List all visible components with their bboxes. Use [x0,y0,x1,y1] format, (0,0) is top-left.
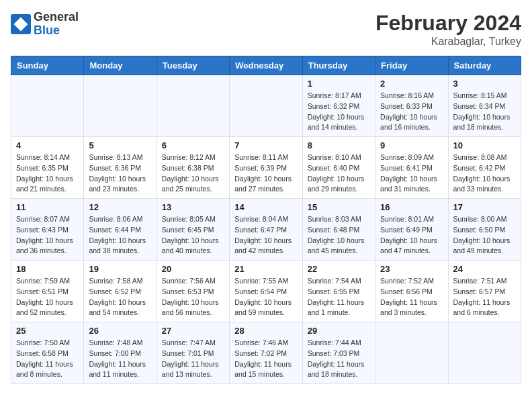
calendar-cell: 6Sunrise: 8:12 AM Sunset: 6:38 PM Daylig… [157,137,229,199]
day-number: 13 [162,202,224,212]
main-title: February 2024 [375,11,521,36]
day-info: Sunrise: 7:54 AM Sunset: 6:55 PM Dayligh… [308,276,370,318]
day-number: 8 [308,140,370,150]
day-info: Sunrise: 8:09 AM Sunset: 6:41 PM Dayligh… [380,152,443,195]
calendar-cell: 22Sunrise: 7:54 AM Sunset: 6:55 PM Dayli… [302,261,375,322]
sub-title: Karabaglar, Turkey [375,36,521,48]
day-number: 21 [234,264,297,274]
day-number: 6 [162,140,224,150]
day-info: Sunrise: 7:56 AM Sunset: 6:53 PM Dayligh… [162,276,224,318]
calendar-cell [375,322,448,384]
calendar-cell: 23Sunrise: 7:52 AM Sunset: 6:56 PM Dayli… [375,261,448,322]
day-number: 23 [380,264,443,274]
day-info: Sunrise: 8:03 AM Sunset: 6:48 PM Dayligh… [308,214,370,257]
week-row-1: 1Sunrise: 8:17 AM Sunset: 6:32 PM Daylig… [11,75,521,137]
day-number: 4 [16,140,79,150]
day-info: Sunrise: 8:06 AM Sunset: 6:44 PM Dayligh… [89,214,151,257]
week-row-3: 11Sunrise: 8:07 AM Sunset: 6:43 PM Dayli… [11,199,521,261]
calendar-cell: 14Sunrise: 8:04 AM Sunset: 6:47 PM Dayli… [230,199,302,261]
calendar-cell: 10Sunrise: 8:08 AM Sunset: 6:42 PM Dayli… [448,137,521,199]
day-info: Sunrise: 8:08 AM Sunset: 6:42 PM Dayligh… [453,152,516,195]
calendar-header: SundayMondayTuesdayWednesdayThursdayFrid… [11,56,521,75]
logo: General Blue [11,11,79,38]
calendar-cell: 18Sunrise: 7:59 AM Sunset: 6:51 PM Dayli… [11,261,84,322]
calendar-cell: 4Sunrise: 8:14 AM Sunset: 6:35 PM Daylig… [11,137,84,199]
calendar-cell: 29Sunrise: 7:44 AM Sunset: 7:03 PM Dayli… [302,322,375,384]
calendar-cell: 1Sunrise: 8:17 AM Sunset: 6:32 PM Daylig… [302,75,375,137]
day-info: Sunrise: 8:13 AM Sunset: 6:36 PM Dayligh… [89,152,151,195]
day-number: 19 [89,264,151,274]
header-day-thursday: Thursday [302,56,375,75]
calendar-cell [84,75,157,137]
day-number: 29 [308,326,370,336]
day-number: 18 [16,264,79,274]
day-number: 16 [380,202,443,212]
calendar-cell: 8Sunrise: 8:10 AM Sunset: 6:40 PM Daylig… [302,137,375,199]
calendar-cell: 26Sunrise: 7:48 AM Sunset: 7:00 PM Dayli… [84,322,157,384]
calendar-body: 1Sunrise: 8:17 AM Sunset: 6:32 PM Daylig… [11,75,521,384]
calendar-cell [11,75,84,137]
day-info: Sunrise: 8:07 AM Sunset: 6:43 PM Dayligh… [16,214,79,257]
day-number: 26 [89,326,151,336]
day-info: Sunrise: 7:51 AM Sunset: 6:57 PM Dayligh… [453,276,516,318]
calendar-cell [230,75,302,137]
day-number: 20 [162,264,224,274]
day-info: Sunrise: 8:00 AM Sunset: 6:50 PM Dayligh… [453,214,516,257]
day-info: Sunrise: 8:16 AM Sunset: 6:33 PM Dayligh… [380,91,443,133]
day-number: 2 [380,79,443,89]
calendar-cell [157,75,229,137]
day-number: 5 [89,140,151,150]
day-info: Sunrise: 8:01 AM Sunset: 6:49 PM Dayligh… [380,214,443,257]
calendar-cell: 20Sunrise: 7:56 AM Sunset: 6:53 PM Dayli… [157,261,229,322]
header-day-wednesday: Wednesday [230,56,302,75]
day-number: 12 [89,202,151,212]
calendar-cell: 12Sunrise: 8:06 AM Sunset: 6:44 PM Dayli… [84,199,157,261]
day-number: 25 [16,326,79,336]
day-info: Sunrise: 7:46 AM Sunset: 7:02 PM Dayligh… [234,338,297,380]
calendar-cell: 24Sunrise: 7:51 AM Sunset: 6:57 PM Dayli… [448,261,521,322]
calendar-cell: 17Sunrise: 8:00 AM Sunset: 6:50 PM Dayli… [448,199,521,261]
calendar-cell: 3Sunrise: 8:15 AM Sunset: 6:34 PM Daylig… [448,75,521,137]
day-info: Sunrise: 8:05 AM Sunset: 6:45 PM Dayligh… [162,214,224,257]
day-number: 17 [453,202,516,212]
day-info: Sunrise: 7:48 AM Sunset: 7:00 PM Dayligh… [89,338,151,380]
day-number: 15 [308,202,370,212]
day-number: 3 [453,79,516,89]
week-row-2: 4Sunrise: 8:14 AM Sunset: 6:35 PM Daylig… [11,137,521,199]
day-info: Sunrise: 8:17 AM Sunset: 6:32 PM Dayligh… [308,91,370,133]
day-info: Sunrise: 7:50 AM Sunset: 6:58 PM Dayligh… [16,338,79,380]
logo-text: General Blue [34,11,79,38]
calendar-table: SundayMondayTuesdayWednesdayThursdayFrid… [11,56,521,384]
day-info: Sunrise: 8:04 AM Sunset: 6:47 PM Dayligh… [234,214,297,257]
day-number: 27 [162,326,224,336]
day-info: Sunrise: 7:52 AM Sunset: 6:56 PM Dayligh… [380,276,443,318]
day-info: Sunrise: 8:11 AM Sunset: 6:39 PM Dayligh… [234,152,297,195]
logo-icon [11,14,31,34]
calendar-cell [448,322,521,384]
day-info: Sunrise: 7:59 AM Sunset: 6:51 PM Dayligh… [16,276,79,318]
logo-general: General [34,11,79,24]
day-info: Sunrise: 7:44 AM Sunset: 7:03 PM Dayligh… [308,338,370,380]
logo-blue: Blue [34,24,79,38]
calendar-cell: 25Sunrise: 7:50 AM Sunset: 6:58 PM Dayli… [11,322,84,384]
day-info: Sunrise: 7:58 AM Sunset: 6:52 PM Dayligh… [89,276,151,318]
header-day-monday: Monday [84,56,157,75]
day-info: Sunrise: 8:12 AM Sunset: 6:38 PM Dayligh… [162,152,224,195]
day-number: 14 [234,202,297,212]
calendar-cell: 19Sunrise: 7:58 AM Sunset: 6:52 PM Dayli… [84,261,157,322]
day-number: 1 [308,79,370,89]
day-number: 7 [234,140,297,150]
day-info: Sunrise: 8:10 AM Sunset: 6:40 PM Dayligh… [308,152,370,195]
day-number: 9 [380,140,443,150]
header-day-sunday: Sunday [11,56,84,75]
calendar-cell: 28Sunrise: 7:46 AM Sunset: 7:02 PM Dayli… [230,322,302,384]
week-row-5: 25Sunrise: 7:50 AM Sunset: 6:58 PM Dayli… [11,322,521,384]
day-info: Sunrise: 8:15 AM Sunset: 6:34 PM Dayligh… [453,91,516,133]
header-day-saturday: Saturday [448,56,521,75]
calendar-cell: 15Sunrise: 8:03 AM Sunset: 6:48 PM Dayli… [302,199,375,261]
day-number: 10 [453,140,516,150]
calendar-cell: 11Sunrise: 8:07 AM Sunset: 6:43 PM Dayli… [11,199,84,261]
title-area: February 2024 Karabaglar, Turkey [375,11,521,48]
day-info: Sunrise: 8:14 AM Sunset: 6:35 PM Dayligh… [16,152,79,195]
header-day-tuesday: Tuesday [157,56,229,75]
